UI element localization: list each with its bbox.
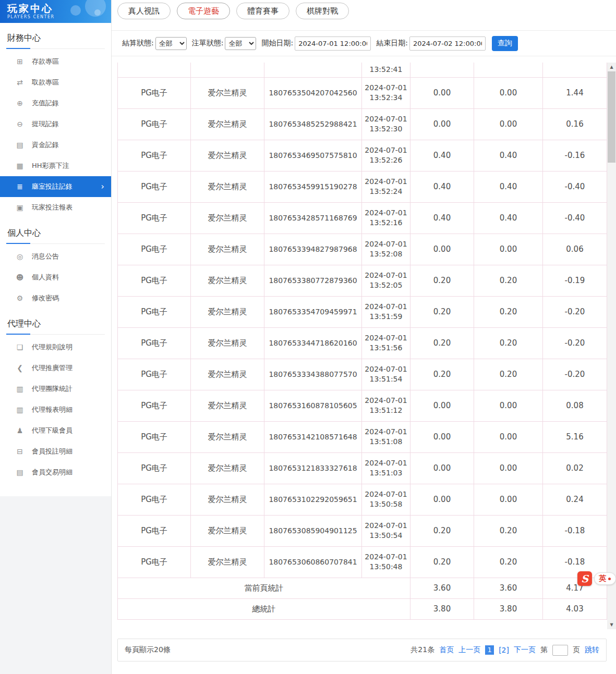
tab-board-games[interactable]: 棋牌對戰	[296, 3, 349, 19]
tab-electronic-games[interactable]: 電子遊藝	[177, 3, 230, 19]
end-date-input[interactable]	[409, 36, 486, 51]
cell-game: 爱尔兰精灵	[191, 421, 264, 452]
cell-bet-amount: 0.00	[410, 452, 474, 484]
sidebar-item-player-bet-report[interactable]: ▣玩家投注報表	[0, 197, 111, 218]
sidebar-item-agent-report-detail[interactable]: ▥代理報表明細	[0, 399, 111, 420]
sidebar-section-title: 財務中心	[6, 31, 105, 49]
summary-profit-total: 4.03	[543, 598, 607, 619]
translator-widget[interactable]: S 英	[577, 571, 616, 586]
sidebar-item-profile[interactable]: ☻個人資料	[0, 267, 111, 288]
sidebar-item-member-transaction-detail[interactable]: ▤會員交易明細	[0, 462, 111, 483]
table-row: PG电子爱尔兰精灵18076531218333276182024-07-0113…	[118, 452, 607, 484]
table-row: PG电子爱尔兰精灵18076533807728793602024-07-0113…	[118, 265, 607, 296]
cell-bet-amount: 0.40	[410, 140, 474, 171]
sidebar-item-cashout-records[interactable]: ⊖提現記錄	[0, 114, 111, 134]
prev-page-link[interactable]: 上一页	[458, 645, 480, 655]
tab-live-casino[interactable]: 真人視訊	[117, 3, 171, 19]
start-date-input[interactable]	[295, 36, 371, 51]
jump-prefix: 第	[540, 645, 548, 655]
cell-order-no: 1807653334388077570	[264, 359, 362, 390]
first-page-link[interactable]: 首页	[439, 645, 454, 655]
sidebar-item-label: 消息公告	[32, 252, 59, 261]
table-area: 13:52:41PG电子爱尔兰精灵18076535042070425602024…	[117, 63, 616, 629]
cell-time: 2024-07-0113:52:05	[362, 265, 410, 296]
cell-time: 2024-07-0113:52:24	[362, 171, 410, 202]
table-row: PG电子爱尔兰精灵18076530859049011252024-07-0113…	[118, 515, 607, 546]
cell-time: 2024-07-0113:52:26	[362, 140, 410, 171]
cell-platform: PG电子	[118, 515, 191, 546]
cell-order-no: 1807653504207042560	[264, 77, 362, 108]
summary-bet-total: 3.80	[410, 598, 474, 619]
sidebar-item-agent-team-stats[interactable]: ▥代理團隊統計	[0, 378, 111, 399]
page-2-link[interactable]: [2]	[499, 646, 509, 654]
report-icon: ▣	[16, 203, 24, 212]
table-row: PG电子爱尔兰精灵18076531022920596512024-07-0113…	[118, 484, 607, 515]
cell-profit: -0.40	[543, 202, 607, 234]
sidebar-item-change-password[interactable]: ⚙修改密碼	[0, 288, 111, 309]
sidebar-section-title: 代理中心	[6, 316, 105, 335]
tab-sports[interactable]: 體育賽事	[236, 3, 289, 19]
jump-link[interactable]: 跳转	[585, 645, 599, 655]
sidebar-item-recharge-records[interactable]: ⊕充值記錄	[0, 93, 111, 114]
translator-language-pill[interactable]: 英	[594, 572, 616, 585]
sidebar-item-agent-rules[interactable]: ❏代理規則說明	[0, 337, 111, 358]
cell-profit: 0.02	[543, 452, 607, 484]
category-tabs: 真人視訊電子遊藝體育賽事棋牌對戰	[112, 0, 616, 30]
table-row: PG电子爱尔兰精灵18076533343880775702024-07-0113…	[118, 359, 607, 390]
next-page-link[interactable]: 下一页	[514, 645, 536, 655]
cell-game: 爱尔兰精灵	[191, 359, 264, 390]
scroll-down-arrow-icon[interactable]: ▼	[607, 620, 616, 629]
cell-valid-bet: 0.00	[474, 234, 543, 265]
cell-time: 2024-07-0113:51:59	[362, 296, 410, 327]
cell-time: 2024-07-0113:51:03	[362, 452, 410, 484]
cell-game: 爱尔兰精灵	[191, 452, 264, 484]
cell-profit: -0.20	[543, 359, 607, 390]
cell-profit: -0.20	[543, 296, 607, 327]
bell-icon: ◎	[16, 252, 24, 261]
sidebar-item-hh-lottery-bets[interactable]: ▦HH彩票下注	[0, 155, 111, 176]
sidebar-item-label: 代理下級會員	[32, 426, 73, 435]
cell-valid-bet: 0.20	[474, 546, 543, 578]
sidebar-item-hall-bet-records[interactable]: ≣廳室投註記錄›	[0, 176, 111, 197]
table-scrollbar[interactable]: ▲ ▼	[607, 63, 616, 629]
sidebar-item-announcements[interactable]: ◎消息公告	[0, 246, 111, 267]
sidebar-item-deposit-area[interactable]: ⊞存款專區	[0, 51, 111, 72]
scroll-up-arrow-icon[interactable]: ▲	[607, 63, 616, 71]
start-date-label: 開始日期:	[261, 39, 293, 48]
cell-valid-bet: 0.00	[474, 390, 543, 421]
page-root: 玩家中心 PLAYERS CENTER 財務中心⊞存款專區⇄取款專區⊕充值記錄⊖…	[0, 0, 616, 674]
cell-time: 2024-07-0113:52:16	[362, 202, 410, 234]
settle-status-select[interactable]: 全部	[155, 37, 187, 50]
cell-profit: -0.20	[543, 327, 607, 359]
sidebar-item-member-bet-detail[interactable]: ⊟會員投註明細	[0, 441, 111, 462]
summary-label: 總統計	[118, 598, 410, 619]
cell-bet-amount: 0.00	[410, 421, 474, 452]
scrollbar-thumb[interactable]	[608, 71, 615, 163]
cell-valid-bet: 0.00	[474, 108, 543, 140]
user-icon: ☻	[16, 273, 24, 281]
sidebar-item-agent-sub-members[interactable]: ♟代理下級會員	[0, 420, 111, 441]
chevron-right-icon: ›	[101, 182, 104, 191]
cell-game: 爱尔兰精灵	[191, 484, 264, 515]
sidebar-item-withdraw-area[interactable]: ⇄取款專區	[0, 72, 111, 93]
query-button[interactable]: 查詢	[492, 36, 518, 51]
page-size-text: 每頁顯示20條	[125, 645, 171, 655]
sidebar-item-label: 個人資料	[32, 273, 59, 282]
translator-logo-icon[interactable]: S	[577, 571, 592, 586]
cell-valid-bet: 0.20	[474, 327, 543, 359]
cell-profit: 0.16	[543, 108, 607, 140]
cell-game: 爱尔兰精灵	[191, 171, 264, 202]
cell-bet-amount: 0.20	[410, 327, 474, 359]
cell-platform: PG电子	[118, 546, 191, 578]
table-row: PG电子爱尔兰精灵18076530608607078412024-07-0113…	[118, 546, 607, 578]
order-status-select[interactable]: 全部	[225, 37, 256, 50]
sidebar-item-label: 玩家投注報表	[32, 203, 73, 212]
cell-time: 2024-07-0113:50:48	[362, 546, 410, 578]
sidebar: 玩家中心 PLAYERS CENTER 財務中心⊞存款專區⇄取款專區⊕充值記錄⊖…	[0, 0, 112, 674]
sidebar-item-agent-promotion[interactable]: ❮代理推廣管理	[0, 358, 111, 378]
cell-game: 爱尔兰精灵	[191, 234, 264, 265]
cell-game: 爱尔兰精灵	[191, 515, 264, 546]
jump-page-input[interactable]	[552, 645, 568, 656]
sidebar-item-fund-records[interactable]: ▤資金記錄	[0, 134, 111, 155]
cell-order-no: 1807653485252988421	[264, 108, 362, 140]
